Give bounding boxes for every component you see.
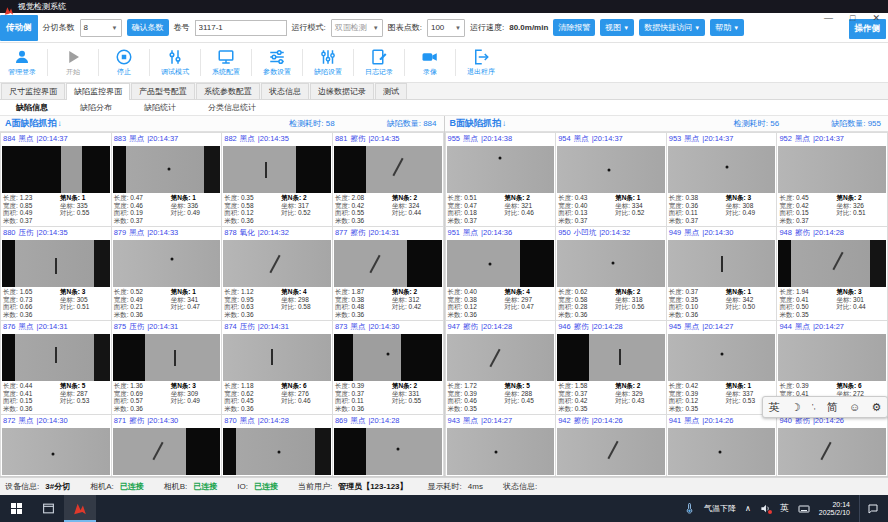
- tab-2[interactable]: 产品型号配置: [131, 83, 195, 99]
- sort-arrow-icon[interactable]: ↓: [58, 119, 62, 128]
- params-icon: [268, 48, 286, 66]
- subtab-0[interactable]: 缺陷信息: [0, 100, 64, 115]
- start-button[interactable]: [0, 495, 32, 522]
- weather-ticker[interactable]: 气温下降: [704, 503, 736, 514]
- defect-card[interactable]: 875压伤|20:14:31 长度: 1.36 宽度: 0.69 面积: 0.5…: [112, 321, 222, 414]
- confirm-count-button[interactable]: 确认条数: [127, 19, 169, 36]
- notification-center-button[interactable]: [859, 495, 884, 522]
- defect-card[interactable]: 884黑点|20:14:37 长度: 1.23 宽度: 0.85 面积: 0.4…: [1, 133, 111, 226]
- defect-card[interactable]: 955黑点|20:14:38 长度: 0.51 宽度: 0.47 面积: 0.1…: [446, 133, 556, 226]
- defect-card[interactable]: 950小凹坑|20:14:32 长度: 0.62 宽度: 0.58 面积: 0.…: [556, 227, 666, 320]
- system-tray: 气温下降 ∧ 英 20:14 2025/2/10: [684, 495, 888, 522]
- ime-settings-gear-icon[interactable]: ⚙: [871, 401, 881, 413]
- defect-card[interactable]: 876黑点|20:14:31 长度: 0.44 宽度: 0.41 面积: 0.1…: [1, 321, 111, 414]
- defect-id: 877: [335, 228, 348, 237]
- run-mode-select[interactable]: 双面检测▼: [331, 19, 383, 37]
- moon-icon[interactable]: ☽: [791, 401, 801, 413]
- defect-image: [2, 240, 110, 287]
- action-debug-button[interactable]: 调试模式: [155, 48, 195, 77]
- action-user-button[interactable]: 管理登录: [2, 48, 42, 77]
- defect-card[interactable]: 870黑点|20:14:28 长度: 0.48 宽度: 0.45 面积: 0.1…: [222, 415, 332, 476]
- action-params-button[interactable]: 参数设置: [257, 48, 297, 77]
- tab-5[interactable]: 边缘数据记录: [310, 83, 374, 99]
- tray-chevron-icon[interactable]: ∧: [745, 504, 751, 513]
- defect-card[interactable]: 943黑点|20:14:27 长度: 0.44 宽度: 0.43 面积: 0.1…: [446, 415, 556, 476]
- tab-1[interactable]: 缺陷监控界面: [66, 83, 130, 100]
- close-button[interactable]: ✕: [872, 14, 880, 23]
- defect-card[interactable]: 874压伤|20:14:31 长度: 1.18 宽度: 0.62 面积: 0.4…: [222, 321, 332, 414]
- roll-no-input[interactable]: [195, 20, 287, 36]
- action-system-button[interactable]: 系统配置: [206, 48, 246, 77]
- defect-card-header: 944黑点|20:14:27: [777, 321, 887, 333]
- taskbar-app-inspection[interactable]: [64, 495, 96, 522]
- action-stop-button[interactable]: 停止: [104, 48, 144, 77]
- defect-card[interactable]: 942擦伤|20:14:26 长度: 1.66 宽度: 0.36 面积: 0.4…: [556, 415, 666, 476]
- view-menu-button[interactable]: 视图▼: [600, 19, 634, 36]
- tab-4[interactable]: 状态信息: [261, 83, 309, 99]
- defect-card[interactable]: 872黑点|20:14:30 长度: 0.41 宽度: 0.44 面积: 0.1…: [1, 415, 111, 476]
- subtab-2[interactable]: 缺陷统计: [128, 100, 192, 115]
- defect-card[interactable]: 949黑点|20:14:30 长度: 0.37 宽度: 0.35 面积: 0.1…: [667, 227, 777, 320]
- defect-type: 擦伤: [795, 228, 810, 237]
- defect-card[interactable]: 882黑点|20:14:35 长度: 0.35 宽度: 0.58 面积: 0.1…: [222, 133, 332, 226]
- clock-date: 2025/2/10: [819, 509, 850, 517]
- defect-card[interactable]: 946擦伤|20:14:28 长度: 1.58 宽度: 0.37 面积: 0.4…: [556, 321, 666, 414]
- defect-card[interactable]: 954黑点|20:14:37 长度: 0.43 宽度: 0.40 面积: 0.1…: [556, 133, 666, 226]
- defect-card[interactable]: 877擦伤|20:14:31 长度: 1.87 宽度: 0.38 面积: 0.4…: [333, 227, 443, 320]
- defect-mark: [55, 347, 57, 363]
- keyboard-icon[interactable]: [798, 503, 810, 515]
- ime-english-toggle[interactable]: 英: [769, 401, 780, 413]
- defect-card[interactable]: 881擦伤|20:14:35 长度: 2.08 宽度: 0.42 面积: 0.5…: [333, 133, 443, 226]
- toolbar-divider: [404, 49, 405, 76]
- defect-card[interactable]: 883黑点|20:14:37 长度: 0.47 宽度: 0.46 面积: 0.1…: [112, 133, 222, 226]
- slit-count-select[interactable]: 8▼: [80, 19, 122, 37]
- emoji-icon[interactable]: ☺: [849, 401, 860, 413]
- taskbar-app-window[interactable]: [32, 495, 64, 522]
- defect-type: 黑点: [129, 228, 144, 237]
- taskbar-clock[interactable]: 20:14 2025/2/10: [819, 501, 850, 517]
- quick-data-menu-button[interactable]: 数据快捷访问▼: [639, 19, 705, 36]
- defect-card[interactable]: 879黑点|20:14:33 长度: 0.52 宽度: 0.49 面积: 0.2…: [112, 227, 222, 320]
- defect-card-header: 878氧化|20:14:32: [222, 227, 332, 239]
- ime-simplified-toggle[interactable]: 简: [827, 401, 838, 413]
- defect-card-header: 869黑点|20:14:28: [333, 415, 443, 427]
- action-camera-button[interactable]: 录像: [410, 48, 450, 77]
- subtab-3[interactable]: 分类信息统计: [192, 100, 272, 115]
- action-defect-settings-button[interactable]: 缺陷设置: [308, 48, 348, 77]
- defect-card[interactable]: 878氧化|20:14:32 长度: 1.12 宽度: 0.95 面积: 0.6…: [222, 227, 332, 320]
- punctuation-toggle[interactable]: ’,: [812, 401, 816, 413]
- maximize-button[interactable]: □: [850, 14, 855, 23]
- help-menu-button[interactable]: 帮助▼: [710, 19, 744, 36]
- sort-arrow-icon[interactable]: ↓: [502, 119, 506, 128]
- defect-card[interactable]: 945黑点|20:14:27 长度: 0.42 宽度: 0.39 面积: 0.1…: [667, 321, 777, 414]
- action-exit-button[interactable]: 退出程序: [461, 48, 501, 77]
- action-log-button[interactable]: 日志记录: [359, 48, 399, 77]
- defect-card[interactable]: 951黑点|20:14:36 长度: 0.40 宽度: 0.38 面积: 0.1…: [446, 227, 556, 320]
- defect-type: 黑点: [795, 322, 810, 331]
- action-play-button[interactable]: 开始: [53, 48, 93, 77]
- speaker-icon[interactable]: [760, 503, 771, 514]
- minimize-button[interactable]: —: [824, 14, 833, 23]
- defect-card[interactable]: 948擦伤|20:14:28 长度: 1.94 宽度: 0.41 面积: 0.5…: [777, 227, 887, 320]
- tab-0[interactable]: 尺寸监控界面: [1, 83, 65, 99]
- defect-card[interactable]: 880压伤|20:14:35 长度: 1.65 宽度: 0.73 面积: 0.6…: [1, 227, 111, 320]
- defect-time: |20:14:28: [481, 322, 512, 331]
- tab-3[interactable]: 系统参数配置: [196, 83, 260, 99]
- defect-card[interactable]: 941黑点|20:14:26 长度: 0.35 宽度: 0.38 面积: 0.1…: [667, 415, 777, 476]
- subtab-1[interactable]: 缺陷分布: [64, 100, 128, 115]
- defect-card[interactable]: 947擦伤|20:14:28 长度: 1.72 宽度: 0.39 面积: 0.4…: [446, 321, 556, 414]
- defect-card[interactable]: 953黑点|20:14:37 长度: 0.38 宽度: 0.36 面积: 0.1…: [667, 133, 777, 226]
- defect-card[interactable]: 869黑点|20:14:28 长度: 0.36 宽度: 0.39 面积: 0.1…: [333, 415, 443, 476]
- tab-6[interactable]: 测试: [375, 83, 407, 99]
- chart-points-select[interactable]: 100▼: [427, 19, 465, 37]
- defect-card[interactable]: 940擦伤|20:14:26 长度: 1.49 宽度: 0.40 面积: 0.4…: [777, 415, 887, 476]
- thermometer-icon[interactable]: [684, 503, 695, 514]
- ime-indicator[interactable]: 英: [780, 502, 789, 515]
- drive-side-button[interactable]: 传动侧: [0, 15, 38, 41]
- clear-alarm-button[interactable]: 清除报警: [553, 19, 595, 36]
- defect-card-header: 870黑点|20:14:28: [222, 415, 332, 427]
- defect-card[interactable]: 873黑点|20:14:30 长度: 0.39 宽度: 0.37 面积: 0.1…: [333, 321, 443, 414]
- defect-card[interactable]: 871擦伤|20:14:30 长度: 2.24 宽度: 0.35 面积: 0.5…: [112, 415, 222, 476]
- defect-image: [223, 428, 331, 475]
- defect-card[interactable]: 952黑点|20:14:37 长度: 0.45 宽度: 0.42 面积: 0.1…: [777, 133, 887, 226]
